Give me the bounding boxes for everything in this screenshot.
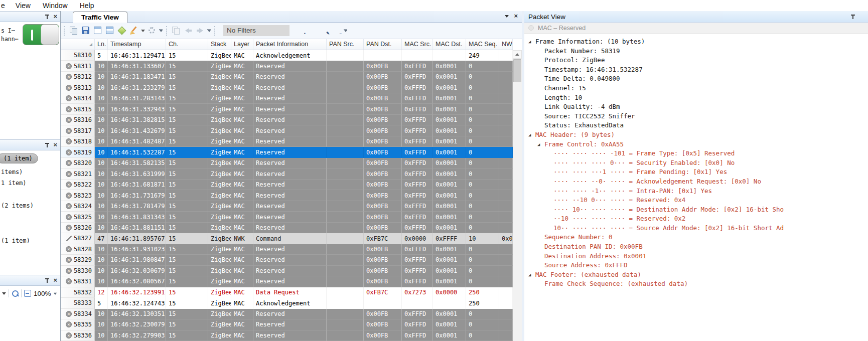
table-row[interactable]: ×583141016:46:31.28314315ZigBeeMACReserv… [61,93,513,104]
tree-line[interactable]: Source: TICC2532 Sniffer [524,112,868,121]
column-header-mac-dst[interactable]: MAC Dst. [433,39,466,50]
table-row[interactable]: ×583351016:46:32.23007915ZigBeeMACReserv… [61,319,513,330]
column-header-channel[interactable]: Ch. [166,39,208,50]
tree-line[interactable]: ◢Frame Information: (10 bytes) [524,37,868,47]
close-icon[interactable]: × [53,14,57,20]
menu-item-view[interactable]: View [10,2,37,10]
table-row[interactable]: ×583161016:46:31.38281515ZigBeeMACReserv… [61,115,513,125]
table-row[interactable]: ×583221016:46:31.68187115ZigBeeMACReserv… [61,180,513,190]
filter-input[interactable]: No Filters [223,25,290,36]
filter-apply-icon[interactable]: ▪ [296,26,306,36]
toolbar-grip[interactable] [166,26,168,36]
table-row[interactable]: ×583131016:46:31.23327915ZigBeeMACReserv… [61,82,513,93]
tree-line[interactable]: Sequence Number: 0 [524,233,868,242]
tree-line[interactable]: Status: ExhaustedData [524,121,868,130]
column-header-layer[interactable]: Layer [231,39,253,50]
tree-line[interactable]: ◢Frame Control: 0xAA55 [524,140,868,149]
table-row[interactable]: ×583151016:46:31.33294315ZigBeeMACReserv… [61,104,513,114]
vertical-scrollbar[interactable] [513,50,522,341]
tree-item-fragment[interactable]: (1 item) [1,237,30,244]
capture-toggle-switch[interactable] [23,24,59,45]
tree-line[interactable]: Protocol: ZigBee [524,56,868,65]
close-tab-icon[interactable]: × [514,13,518,19]
pin-icon[interactable] [45,143,49,147]
column-header-gutter[interactable]: ◢ [61,39,95,50]
pin-icon[interactable] [45,278,49,283]
tree-line[interactable]: ···· ···· ·1·· ···· = Intra-PAN: [0x1] Y… [524,187,868,196]
table-row[interactable]: ×583341016:46:32.13035115ZigBeeMACReserv… [61,309,513,319]
tree-line[interactable]: ···· ··10 0··· ···· = Reserved: 0x4 [524,196,868,205]
tab-traffic-view[interactable]: Traffic View [73,12,127,23]
tree-line[interactable]: Link Quality: -4 dBm [524,102,868,112]
copy-packets-icon-disabled[interactable] [171,26,181,36]
column-header-pan-src[interactable]: PAN Src. [327,39,364,50]
table-row[interactable]: ×583211016:46:31.63199915ZigBeeMACReserv… [61,168,513,179]
column-header-nwk[interactable]: NW [499,39,513,50]
expander-icon[interactable]: ◢ [537,140,544,149]
expander-icon[interactable]: ◢ [528,270,535,280]
column-header-mac-seq[interactable]: MAC Seq. [466,39,499,50]
column-header-ln[interactable]: Ln. [95,39,108,50]
tree-line[interactable]: 10·· ···· ···· ···· = Source Addr Mode: … [524,224,868,233]
table-row[interactable]: ×583311016:46:32.08056715ZigBeeMACReserv… [61,276,513,287]
packet-list-view-icon[interactable] [93,26,103,36]
tree-line[interactable]: Destination PAN ID: 0x00FB [524,242,868,252]
table-row[interactable]: ×583251016:46:31.83134315ZigBeeMACReserv… [61,212,513,222]
table-row[interactable]: 583274716:46:31.89576715ZigBeeNWKCommand… [61,233,513,244]
table-row[interactable]: ×583181016:46:31.48248715ZigBeeMACReserv… [61,136,513,147]
dropdown-caret-icon[interactable] [2,292,6,295]
menu-item-help[interactable]: Help [74,2,100,10]
toolbar-overflow-icon[interactable] [344,29,347,33]
filter-edit-icon[interactable]: ✎ [320,26,330,36]
filter-clear-icon-disabled[interactable] [308,26,318,36]
zoom-magnifier-icon[interactable] [12,290,19,297]
packet-detail-view-icon[interactable] [105,26,115,36]
tree-line[interactable]: Packet Number: 58319 [524,47,868,56]
column-header-pan-dst[interactable]: PAN Dst. [364,39,402,50]
tree-item-fragment[interactable]: (2 items) [1,202,34,209]
tree-line[interactable]: Channel: 15 [524,84,868,93]
table-row[interactable]: ×583361016:46:32.27990315ZigBeeMACReserv… [61,330,513,341]
tree-item-fragment[interactable]: 1 item) [1,180,27,187]
table-row[interactable]: ×583121016:46:31.18347115ZigBeeMACReserv… [61,72,513,82]
selected-tree-item-badge[interactable]: (1 item) [0,153,38,163]
column-header-stack[interactable]: Stack [208,39,231,50]
toolbar-grip[interactable] [64,26,65,36]
broom-dropdown-caret[interactable] [141,30,145,32]
column-header-timestamp[interactable]: Timestamp [108,39,166,50]
column-header-packet-information[interactable]: Packet Information [253,39,327,50]
column-header-mac-src[interactable]: MAC Src. [402,39,433,50]
table-row[interactable]: ×583201016:46:31.58213515ZigBeeMACReserv… [61,158,513,168]
tree-line[interactable]: ···· 10·· ···· ···· = Destination Addr M… [524,205,868,215]
table-row[interactable]: 58310516:46:31.12947115ZigBeeMACAcknowle… [61,50,513,61]
tree-line[interactable]: Time Delta: 0.049800 [524,74,868,84]
table-row[interactable]: ×583171016:46:31.43267915ZigBeeMACReserv… [61,125,513,136]
save-capture-icon[interactable] [81,26,91,36]
menu-item-file-truncated[interactable]: e [0,2,10,10]
tree-line[interactable]: ···· ···· ···· 0··· = Security Enabled: … [524,158,868,168]
table-row[interactable]: ×583261016:46:31.88115115ZigBeeMACReserv… [61,223,513,233]
toolbar-overflow-icon[interactable] [159,29,163,33]
tree-line[interactable]: ◢MAC Header: (9 bytes) [524,130,868,140]
tree-line[interactable]: Source Address: 0xFFFD [524,261,868,270]
settings-gear-icon[interactable] [147,26,157,36]
clear-traffic-broom-icon[interactable] [129,26,139,36]
table-row[interactable]: ×583291016:46:31.98084715ZigBeeMACReserv… [61,255,513,265]
tree-item-fragment[interactable]: items) [1,168,23,176]
toolbar-grip[interactable] [214,26,216,36]
overflow-icon[interactable] [54,292,57,295]
tree-line[interactable]: ··10 ···· ···· ···· = Reserved: 0x2 [524,214,868,224]
filter-remove-icon[interactable]: – [332,26,342,36]
table-row[interactable]: ×583241016:46:31.78147915ZigBeeMACReserv… [61,201,513,212]
close-icon[interactable]: × [53,142,57,148]
table-row[interactable]: 58333516:46:32.12474315ZigBeeMACAcknowle… [61,298,513,308]
tree-line[interactable]: Frame Check Sequence: (exhausted data) [524,279,868,289]
table-row[interactable]: 583321216:46:32.12399115ZigBeeMACData Re… [61,287,513,298]
scrollbar-thumb[interactable] [513,59,521,82]
pin-icon[interactable] [851,15,855,19]
scroll-up-arrow[interactable] [513,50,522,59]
tree-line[interactable]: ◢MAC Footer: (exhausted data) [524,270,868,280]
expander-icon[interactable]: ◢ [528,37,535,47]
tab-list-dropdown-icon[interactable] [505,15,509,18]
close-icon[interactable]: × [53,277,57,283]
